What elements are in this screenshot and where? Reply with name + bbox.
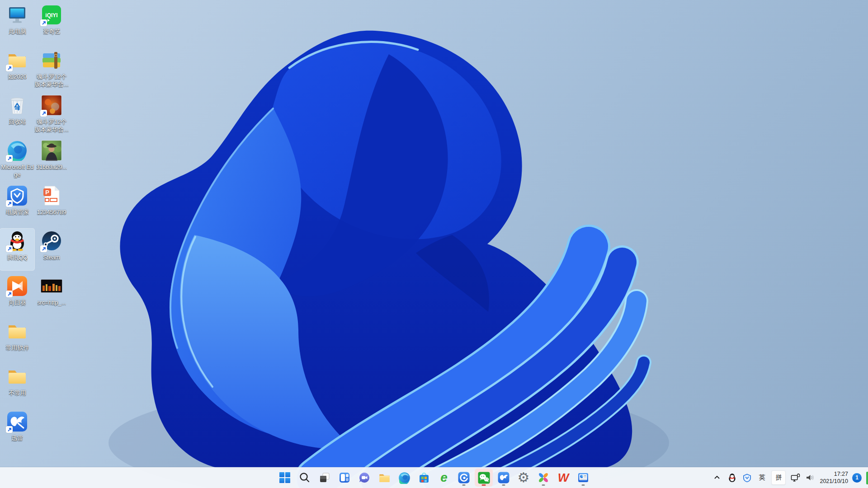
ime-mode-indicator[interactable]: 拼 xyxy=(771,470,786,485)
running-indicator xyxy=(542,484,545,486)
desktop-icon-label: 魂斗罗12个版本豪华合... xyxy=(34,73,69,88)
shortcut-arrow-overlay xyxy=(6,245,13,252)
search-button[interactable] xyxy=(296,469,314,487)
shortcut-arrow-overlay xyxy=(6,65,13,71)
chat-camera-icon xyxy=(359,472,370,483)
desktop-icon-label: Microsoft Edge xyxy=(0,163,34,178)
presentation-file-icon: P xyxy=(41,185,62,206)
edge-swirl-icon xyxy=(6,140,28,161)
sunflower-remote-icon xyxy=(6,275,28,297)
desktop-icon-label: 此电脑 xyxy=(9,28,26,35)
settings-button[interactable]: ⚙ xyxy=(514,469,533,487)
microsoft-store-button[interactable] xyxy=(415,469,433,487)
screenshot-tool-button[interactable] xyxy=(574,469,592,487)
desktop-icon-tencent-qq[interactable]: 腾讯QQ xyxy=(0,229,34,270)
desktop-icon-label: 向日葵 xyxy=(9,299,26,306)
360-speed-browser-button[interactable]: e xyxy=(435,469,453,487)
desktop-icon-ru2020-folder[interactable]: 如2020 xyxy=(0,48,34,89)
desktop-icon-label: 迅雷 xyxy=(11,434,23,442)
desktop-icon-label: 爱奇艺 xyxy=(43,28,61,35)
desktop-icon-label: 31bb3a29... xyxy=(36,163,67,171)
gear-icon: ⚙ xyxy=(518,471,530,484)
desktop-icon-thunder[interactable]: 迅雷 xyxy=(0,409,34,451)
desktop-icon-this-pc[interactable]: 此电脑 xyxy=(0,3,34,44)
network-ethernet-icon xyxy=(791,474,800,482)
photo-thumbnail-icon xyxy=(41,140,62,161)
svg-text:iQIYI: iQIYI xyxy=(45,12,57,19)
windows-start-icon xyxy=(279,472,291,483)
green-e-icon: e xyxy=(440,471,448,484)
steam-icon xyxy=(41,230,62,252)
desktop-icon-contra-rar[interactable]: 魂斗罗12个版本豪华合... xyxy=(34,48,69,89)
tray-chevron-up[interactable] xyxy=(712,470,722,485)
desktop-icon-label: 123456789 xyxy=(37,208,66,216)
svg-text:P: P xyxy=(45,189,49,196)
desktop-icon-contra-image[interactable]: 魂斗罗12个版本豪华合... xyxy=(34,93,69,135)
shield-icon xyxy=(6,185,28,206)
shortcut-arrow-overlay xyxy=(40,110,47,117)
shortcut-arrow-overlay xyxy=(6,155,13,162)
desktop-icon-common-software-folder[interactable]: 常用软件 xyxy=(0,319,34,361)
desktop-icon-steam[interactable]: Steam xyxy=(34,229,69,270)
active-running-indicator xyxy=(482,484,486,486)
wechat-button[interactable] xyxy=(475,469,493,487)
widgets-button[interactable] xyxy=(335,469,354,487)
desktop-icon-label: 常用软件 xyxy=(5,344,29,352)
desktop-icon-label: 如2020 xyxy=(8,73,27,80)
edge-button[interactable] xyxy=(395,469,413,487)
task-view-button[interactable] xyxy=(316,469,334,487)
desktop-icon-label: 腾讯QQ xyxy=(7,253,28,261)
qq-penguin-icon xyxy=(6,230,28,252)
blue-swirl-icon xyxy=(458,472,470,483)
desktop-icon-label: 电脑管家 xyxy=(5,208,29,216)
desktop-icon-sunflower[interactable]: 向日葵 xyxy=(0,274,34,315)
wechat-icon xyxy=(478,472,490,484)
shortcut-arrow-overlay xyxy=(40,245,47,252)
search-icon xyxy=(299,472,311,483)
winrar-archive-icon xyxy=(41,49,62,71)
desktop-icon-label: 不常用 xyxy=(9,389,26,397)
network-status[interactable] xyxy=(790,470,801,485)
chevron-up-icon xyxy=(714,474,720,481)
clock-time: 17:27 xyxy=(820,470,848,478)
picture-chart-icon xyxy=(577,472,589,483)
folder-icon xyxy=(6,49,28,71)
tray-pc-manager[interactable] xyxy=(741,470,752,485)
system-tray: 英 拼 17:27 2021/10/10 1 xyxy=(712,467,868,488)
screen-edge-green-indicator xyxy=(866,472,868,484)
360-safe-browser-button[interactable] xyxy=(455,469,473,487)
ime-language-indicator[interactable]: 英 xyxy=(756,470,767,485)
desktop-icon-label: 魂斗罗12个版本豪华合... xyxy=(34,118,69,133)
notification-count-badge[interactable]: 1 xyxy=(852,473,862,483)
desktop-icon-uncommon-folder[interactable]: 不常用 xyxy=(0,364,34,406)
running-indicator xyxy=(502,484,505,486)
folder-icon xyxy=(6,366,28,387)
tray-qq[interactable] xyxy=(726,470,737,485)
iqiyi-icon: iQIYI xyxy=(41,4,62,26)
desktop-icon-iqiyi[interactable]: iQIYI 爱奇艺 xyxy=(34,3,69,44)
chat-button[interactable] xyxy=(355,469,373,487)
desktop-icon-src-http-image[interactable]: src=http_... xyxy=(34,274,69,315)
wps-office-button[interactable]: W xyxy=(554,469,572,487)
desktop-icon-recycle-bin[interactable]: 回收站 xyxy=(0,93,34,135)
clock-date: 2021/10/10 xyxy=(820,478,848,485)
taskbar-clock[interactable]: 17:27 2021/10/10 xyxy=(820,470,848,485)
desktop-icon-photo-31bb3a29[interactable]: 31bb3a29... xyxy=(34,138,69,180)
thunder-button[interactable] xyxy=(495,469,513,487)
shortcut-arrow-overlay xyxy=(6,200,13,207)
taskbar: e xyxy=(0,467,868,488)
running-indicator xyxy=(582,484,585,486)
edge-swirl-icon xyxy=(398,472,410,484)
desktop-wallpaper-bloom[interactable] xyxy=(0,0,868,488)
desktop-icon-pc-manager[interactable]: 电脑管家 xyxy=(0,183,34,225)
shortcut-arrow-overlay xyxy=(40,19,47,26)
volume-status[interactable] xyxy=(805,470,816,485)
shortcut-arrow-overlay xyxy=(6,291,13,297)
start-button[interactable] xyxy=(276,469,294,487)
file-explorer-button[interactable] xyxy=(375,469,393,487)
desktop-icon-microsoft-edge[interactable]: Microsoft Edge xyxy=(0,138,34,180)
game-art-thumbnail-icon xyxy=(41,94,62,116)
desktop-icon-presentation-file[interactable]: P 123456789 xyxy=(34,183,69,225)
pinwheel-app-button[interactable] xyxy=(534,469,552,487)
desktop-icon-grid: 此电脑 iQIYI 爱奇艺 如2020 xyxy=(0,0,90,467)
